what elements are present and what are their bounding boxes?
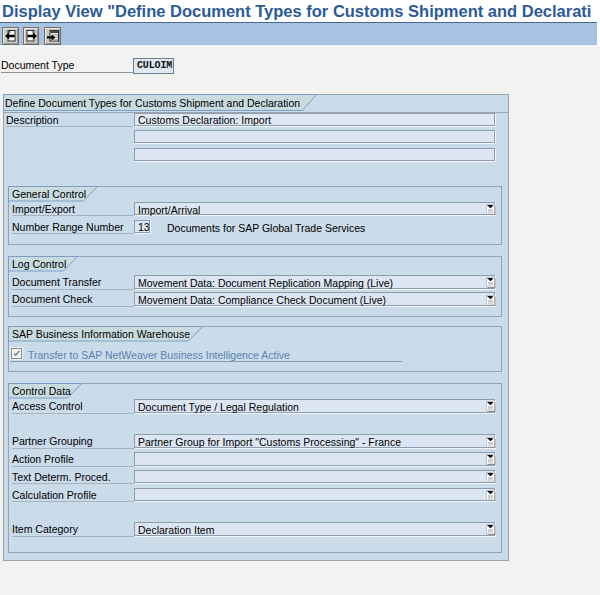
svg-text:Log Control: Log Control [12, 257, 66, 269]
svg-text:SAP Business Information Wareh: SAP Business Information Warehouse [12, 328, 190, 340]
svg-text:Define Document Types for Cust: Define Document Types for Customs Shipme… [5, 97, 300, 109]
svg-text:General Control: General Control [12, 187, 86, 199]
svg-text:Control Data: Control Data [12, 384, 71, 396]
